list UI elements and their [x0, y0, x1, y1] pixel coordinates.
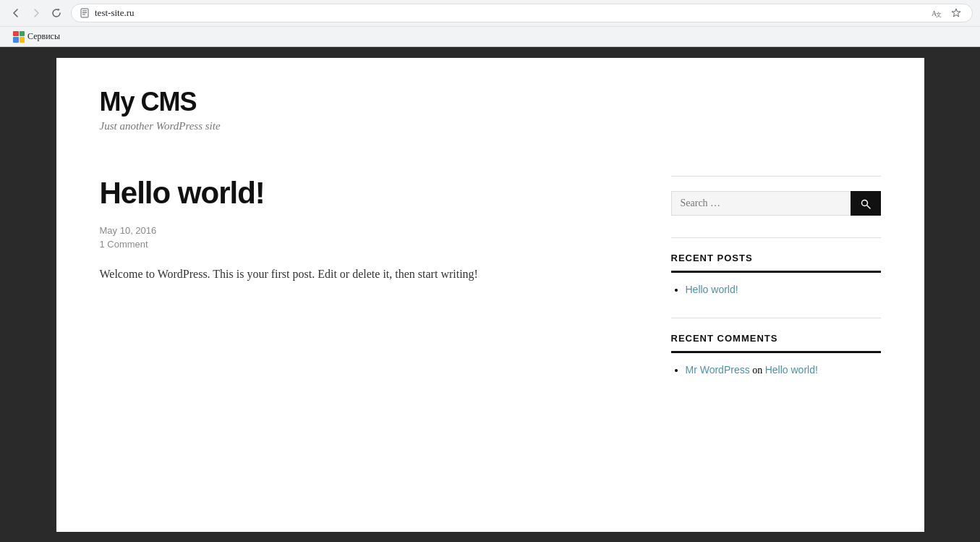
translate-icon[interactable]: A文 — [927, 4, 945, 22]
page-icon — [79, 7, 90, 19]
url-text: test-site.ru — [95, 7, 923, 19]
comment-author-link[interactable]: Mr WordPress — [686, 364, 750, 376]
website-container: My CMS Just another WordPress site Hello… — [0, 47, 980, 542]
recent-posts-widget: RECENT POSTS Hello world! — [671, 237, 881, 296]
address-bar[interactable]: test-site.ru A文 — [71, 4, 973, 22]
address-bar-icons: A文 — [927, 4, 965, 22]
post-content: Welcome to WordPress. This is your first… — [100, 264, 628, 284]
comment-on-text: on — [752, 365, 765, 376]
main-layout: Hello world! May 10, 2016 1 Comment Welc… — [100, 176, 881, 398]
sidebar: RECENT POSTS Hello world! RECENT COMMENT… — [671, 176, 881, 398]
forward-button[interactable] — [27, 4, 45, 22]
recent-comments-list: Mr WordPress on Hello world! — [671, 364, 881, 376]
recent-posts-divider — [671, 237, 881, 238]
svg-text:文: 文 — [936, 12, 942, 18]
website-frame: My CMS Just another WordPress site Hello… — [56, 58, 924, 532]
browser-chrome: test-site.ru A文 Сервисы — [0, 0, 980, 47]
recent-comments-title: RECENT COMMENTS — [671, 333, 881, 353]
bookmark-star-icon[interactable] — [947, 4, 965, 22]
reload-button[interactable] — [48, 4, 65, 22]
back-button[interactable] — [7, 4, 25, 22]
recent-comments-divider — [671, 318, 881, 318]
bookmarks-bar: Сервисы — [0, 26, 980, 46]
search-form — [671, 191, 881, 216]
comment-post-link[interactable]: Hello world! — [765, 364, 818, 376]
search-button[interactable] — [851, 191, 881, 216]
post-title: Hello world! — [100, 176, 628, 211]
nav-buttons — [7, 4, 65, 22]
recent-comments-widget: RECENT COMMENTS Mr WordPress on Hello wo… — [671, 318, 881, 376]
site-header: My CMS Just another WordPress site — [100, 87, 881, 154]
main-content: Hello world! May 10, 2016 1 Comment Welc… — [100, 176, 628, 398]
post-comments[interactable]: 1 Comment — [100, 239, 628, 250]
services-icon — [13, 31, 25, 43]
post-date: May 10, 2016 — [100, 225, 628, 236]
site-tagline: Just another WordPress site — [100, 120, 881, 132]
list-item: Hello world! — [686, 284, 881, 296]
bookmark-label: Сервисы — [27, 31, 60, 42]
recent-post-link[interactable]: Hello world! — [686, 284, 738, 295]
site-title: My CMS — [100, 87, 881, 117]
recent-posts-title: RECENT POSTS — [671, 253, 881, 273]
search-divider — [671, 176, 881, 177]
svg-line-8 — [866, 206, 870, 209]
list-item: Mr WordPress on Hello world! — [686, 364, 881, 376]
search-input[interactable] — [671, 191, 851, 216]
post-meta: May 10, 2016 1 Comment — [100, 225, 628, 250]
browser-toolbar: test-site.ru A文 — [0, 0, 980, 26]
search-widget — [671, 176, 881, 216]
recent-posts-list: Hello world! — [671, 284, 881, 296]
svg-marker-6 — [952, 9, 960, 17]
bookmark-services[interactable]: Сервисы — [7, 30, 66, 44]
post-article: Hello world! May 10, 2016 1 Comment Welc… — [100, 176, 628, 284]
